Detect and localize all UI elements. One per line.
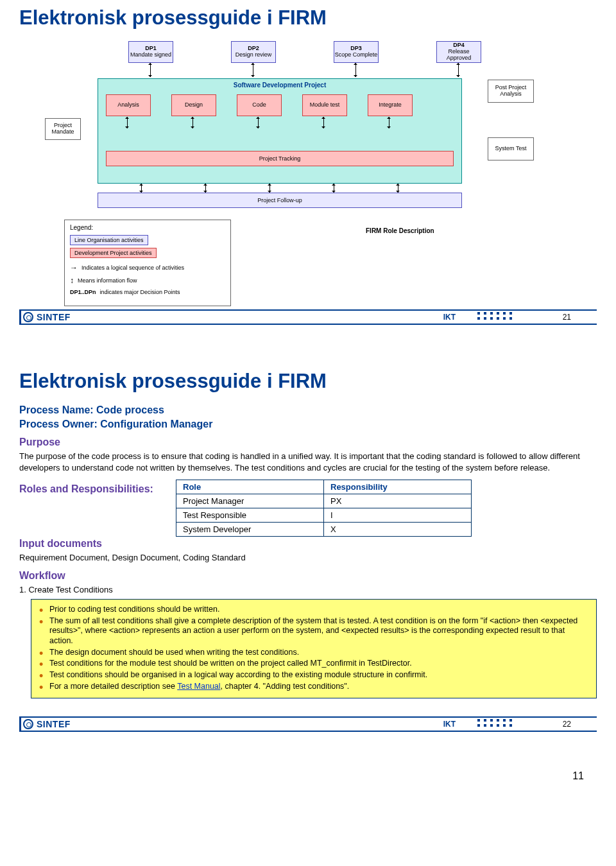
arrow-icon (150, 63, 151, 77)
legend-dp: DP1..DPn indicates major Decision Points (70, 289, 225, 295)
workflow-heading: Workflow (19, 570, 597, 582)
legend-line-org: Line Organisation activities (70, 235, 148, 245)
test-conditions-box: Prior to coding test conditions should b… (31, 599, 597, 698)
system-test: System Test (488, 137, 534, 160)
phase-design: Design (171, 94, 216, 116)
arrow-icon (258, 117, 259, 128)
arrow-icon (193, 117, 193, 128)
arrow-icon (334, 184, 334, 193)
slide-number: 22 (563, 720, 571, 729)
list-item: Test conditions should be organised in a… (38, 670, 590, 680)
arrow-icon (127, 117, 128, 128)
dev-project-title: Software Development Project (98, 79, 461, 89)
dp4: DP4Release Approved (436, 41, 481, 63)
footer-ikt: IKT (443, 313, 456, 322)
sintef-logo: SINTEF (23, 719, 71, 729)
firm-role-description: FIRM Role Description (366, 227, 434, 234)
arrow-icon (398, 184, 398, 193)
list-item: The design document should be used when … (38, 648, 590, 658)
legend-title: Legend: (70, 224, 225, 231)
list-item: Test conditions for the module test shou… (38, 659, 590, 669)
arrow-icon (205, 184, 206, 193)
purpose-body: The purpose of the code process is to en… (19, 451, 597, 473)
sintef-logo: SINTEF (23, 312, 71, 322)
list-item: For a more detailed description see Test… (38, 682, 590, 692)
purpose-heading: Purpose (19, 437, 597, 448)
footer-ikt: IKT (443, 720, 456, 729)
table-row: Test Responsible I (176, 508, 472, 523)
project-followup: Project Follow-up (98, 193, 462, 208)
footer-dots-icon (477, 312, 513, 320)
slide-footer: SINTEF IKT 22 (19, 716, 597, 732)
phase-integrate: Integrate (368, 94, 413, 116)
table-row: System Developer X (176, 523, 472, 537)
arrow-icon (141, 184, 142, 193)
dp2: DP2Design review (231, 41, 276, 63)
slide-number: 21 (563, 313, 571, 322)
phase-analysis: Analysis (106, 94, 151, 116)
dp1: DP1Mandate signed (128, 41, 173, 63)
arrow-icon (458, 63, 459, 77)
dp3: DP3Scope Complete (334, 41, 379, 63)
arrow-icon (323, 117, 324, 128)
process-name: Process Name: Code process (19, 404, 597, 416)
arrow-icon (270, 184, 270, 193)
sintef-ring-icon (23, 312, 33, 322)
arrow-updown-icon: ↕ (70, 276, 74, 285)
roles-heading: Roles and Responsibilities: (19, 483, 167, 495)
phase-code: Code (237, 94, 282, 116)
table-row: Project Manager PX (176, 494, 472, 508)
roles-col-resp: Responsibility (324, 480, 472, 494)
legend-flow: ↕ Means information flow (70, 276, 225, 285)
workflow-step-1: 1. Create Test Conditions (19, 584, 597, 596)
roles-col-role: Role (176, 480, 324, 494)
footer-dots-icon (477, 719, 513, 727)
project-tracking: Project Tracking (106, 151, 454, 166)
post-project-analysis: Post Project Analysis (488, 80, 534, 103)
slide-title: Elektronisk prosessguide i FIRM (19, 6, 597, 30)
process-diagram: DP1Mandate signed DP2Design review DP3Sc… (45, 41, 565, 291)
input-docs-body: Requirement Document, Design Document, C… (19, 552, 597, 564)
arrow-right-icon: → (70, 263, 78, 272)
slide-21: Elektronisk prosessguide i FIRM DP1Manda… (19, 0, 597, 325)
slide-footer: SINTEF IKT 21 (19, 309, 597, 325)
dev-project-container: Software Development Project Analysis De… (98, 78, 462, 184)
slide-title: Elektronisk prosessguide i FIRM (19, 370, 597, 393)
list-item: The sum of all test conditions shall giv… (38, 616, 590, 646)
test-manual-link[interactable]: Test Manual (177, 682, 220, 691)
phase-module-test: Module test (302, 94, 347, 116)
list-item: Prior to coding test conditions should b… (38, 605, 590, 615)
legend-seq: → Indicates a logical sequence of activi… (70, 263, 225, 272)
arrow-icon (253, 63, 253, 77)
project-mandate: Project Mandate (45, 118, 81, 140)
arrow-icon (355, 63, 356, 77)
process-owner: Process Owner: Configuration Manager (19, 419, 597, 430)
input-docs-heading: Input documents (19, 538, 597, 550)
legend: Legend: Line Organisation activities Dev… (64, 220, 231, 306)
pdf-page-number: 11 (0, 770, 584, 782)
roles-table: Role Responsibility Project Manager PX T… (176, 480, 472, 537)
arrow-icon (389, 117, 389, 128)
legend-dev-proj: Development Project activities (70, 248, 157, 258)
sintef-ring-icon (23, 719, 33, 729)
slide-22: Elektronisk prosessguide i FIRM Process … (19, 363, 597, 732)
